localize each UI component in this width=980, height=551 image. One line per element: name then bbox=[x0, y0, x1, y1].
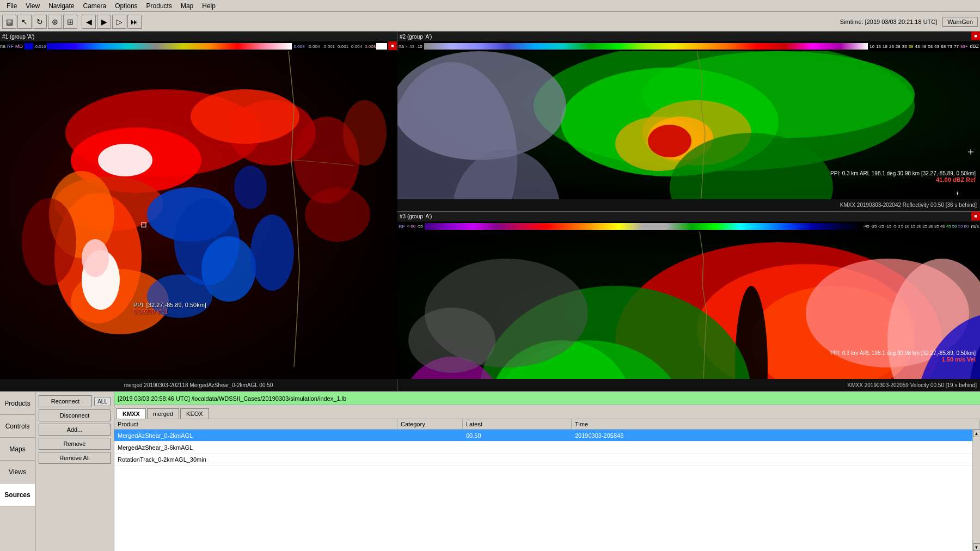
col-category[interactable]: Category bbox=[397, 419, 463, 429]
svg-point-41 bbox=[697, 264, 915, 379]
menu-map[interactable]: Map bbox=[176, 1, 198, 11]
product-row-2[interactable]: RotationTrack_0-2kmAGL_30min bbox=[114, 454, 972, 466]
svg-point-10 bbox=[98, 144, 152, 176]
svg-point-5 bbox=[71, 269, 169, 334]
svg-point-44 bbox=[887, 259, 980, 379]
panel2-radar[interactable]: + PPI: 0.3 km ARL 198.1 deg 30.98 km [32… bbox=[397, 51, 980, 199]
left-sidebar: Products Controls Maps Views Sources bbox=[0, 392, 35, 551]
svg-point-45 bbox=[735, 286, 768, 379]
remove-button[interactable]: Remove bbox=[39, 438, 111, 450]
panel1-title: #1 (group 'A') bbox=[2, 34, 34, 40]
panel2-footer: KMXX 20190303-202042 Reflectivity 00.50 … bbox=[397, 199, 980, 211]
panel3[interactable]: #3 (group 'A') ■ RF <-60 -55 -45-35 -25-… bbox=[397, 212, 980, 391]
disconnect-button[interactable]: Disconnect bbox=[39, 409, 111, 421]
toolbar-select-btn[interactable]: ⊞ bbox=[63, 15, 77, 29]
bottom-panel: Products Controls Maps Views Sources Rec… bbox=[0, 391, 980, 551]
svg-point-18 bbox=[234, 166, 267, 209]
reconnect-button[interactable]: Reconnect bbox=[39, 395, 92, 407]
panel1-footer-text: merged 20190303-202118 MergedAzShear_0-2… bbox=[124, 382, 273, 388]
toolbar-back-btn[interactable]: ◀ bbox=[82, 15, 96, 29]
tab-kmxx[interactable]: KMXX bbox=[117, 408, 146, 419]
svg-point-35 bbox=[724, 171, 833, 199]
panel2-3-area: #2 (group 'A') ■ na <-33 -10 1013 1823 2… bbox=[397, 32, 980, 391]
svg-point-31 bbox=[397, 62, 517, 199]
menu-products[interactable]: Products bbox=[142, 1, 176, 11]
toolbar-refresh-btn[interactable]: ↻ bbox=[33, 15, 47, 29]
svg-point-28 bbox=[615, 117, 702, 171]
svg-text:+: + bbox=[955, 189, 959, 197]
svg-point-8 bbox=[191, 89, 299, 144]
svg-point-16 bbox=[250, 215, 294, 291]
product-name-0: MergedAzShear_0-2kmAGL bbox=[114, 431, 397, 440]
panel2[interactable]: #2 (group 'A') ■ na <-33 -10 1013 1823 2… bbox=[397, 32, 980, 212]
toolbar-last-btn[interactable]: ⏭ bbox=[127, 15, 142, 29]
product-list-scrollbar[interactable]: ▲ ▼ bbox=[972, 430, 980, 551]
col-latest[interactable]: Latest bbox=[463, 419, 572, 429]
menu-options[interactable]: Options bbox=[111, 1, 142, 11]
remove-all-button[interactable]: Remove All bbox=[39, 452, 111, 464]
toolbar-next-btn[interactable]: ▷ bbox=[112, 15, 126, 29]
panel2-radar-svg: + bbox=[397, 51, 980, 199]
product-row-1[interactable]: MergedAzShear_3-6kmAGL bbox=[114, 442, 972, 454]
panel2-tooltip: PPI: 0.3 km ARL 198.1 deg 30.98 km [32.2… bbox=[830, 170, 976, 183]
svg-point-40 bbox=[615, 242, 942, 379]
panel2-close-btn[interactable]: ■ bbox=[971, 32, 980, 40]
panel3-close-btn[interactable]: ■ bbox=[971, 212, 980, 221]
sidebar-products[interactable]: Products bbox=[0, 392, 35, 415]
svg-point-43 bbox=[806, 259, 969, 368]
panel1[interactable]: #1 (group 'A') ■ na RF MD -0.010 bbox=[0, 32, 397, 391]
tab-merged[interactable]: merged bbox=[147, 408, 179, 419]
tab-keox[interactable]: KEOX bbox=[180, 408, 209, 419]
scroll-up-arrow[interactable]: ▲ bbox=[973, 430, 981, 437]
toolbar-layers-btn[interactable]: ▦ bbox=[2, 15, 16, 29]
product-list-area: MergedAzShear_0-2kmAGL 00.50 20190303-20… bbox=[114, 430, 980, 551]
svg-point-13 bbox=[147, 187, 234, 242]
svg-point-50 bbox=[397, 357, 506, 379]
svg-point-53 bbox=[425, 259, 588, 368]
toolbar-cursor-btn[interactable]: ↖ bbox=[17, 15, 32, 29]
menu-help[interactable]: Help bbox=[198, 1, 220, 11]
menu-file[interactable]: File bbox=[2, 1, 21, 11]
panel2-colorbar: na <-33 -10 1013 1823 2833 38 4348 5363 … bbox=[397, 41, 980, 51]
add-button[interactable]: Add... bbox=[39, 424, 111, 436]
panel1-close-btn[interactable]: ■ bbox=[388, 41, 397, 50]
product-latest-2 bbox=[463, 458, 572, 461]
col-product[interactable]: Product bbox=[114, 419, 397, 429]
toolbar-forward-btn[interactable]: ▶ bbox=[97, 15, 111, 29]
panel3-tooltip-value: 1.50 m/s Vel bbox=[830, 356, 976, 363]
conn-bar: [2019 03/03 20:58:46 UTC] /localdata/WDS… bbox=[114, 392, 980, 405]
scroll-down-arrow[interactable]: ▼ bbox=[973, 543, 981, 551]
sidebar-sources[interactable]: Sources bbox=[0, 483, 35, 506]
toolbar: ▦ ↖ ↻ ⊕ ⊞ ◀ ▶ ▷ ⏭ Simtime: [2019 03/03 2… bbox=[0, 12, 980, 32]
svg-point-11 bbox=[82, 250, 120, 310]
svg-point-52 bbox=[969, 313, 980, 379]
sidebar-controls[interactable]: Controls bbox=[0, 415, 35, 438]
svg-point-24 bbox=[534, 51, 915, 171]
warngen-button[interactable]: WarnGen bbox=[942, 17, 978, 27]
panel3-colorbar: RF <-60 -55 -45-35 -25-15 -50 510 1520 2… bbox=[397, 222, 980, 231]
cb2-na: na bbox=[399, 44, 404, 49]
svg-point-42 bbox=[751, 286, 915, 379]
product-latest-1 bbox=[463, 446, 572, 449]
panel3-radar[interactable]: + PPI: 0.3 km ARL 198.1 deg 30.98 km [32… bbox=[397, 231, 980, 379]
panel1-tooltip: PPI: [32.27,-85.89, 0.50km] 0.00200 s^-1 bbox=[133, 302, 206, 315]
product-row-0[interactable]: MergedAzShear_0-2kmAGL 00.50 20190303-20… bbox=[114, 430, 972, 442]
svg-point-19 bbox=[22, 198, 76, 285]
sidebar-maps[interactable]: Maps bbox=[0, 438, 35, 461]
svg-point-54 bbox=[408, 308, 495, 373]
source-tabs: KMXX merged KEOX bbox=[114, 405, 980, 419]
menu-navigate[interactable]: Navigate bbox=[44, 1, 78, 11]
panel1-radar[interactable]: PPI: [32.27,-85.89, 0.50km] 0.00200 s^-1 bbox=[0, 51, 397, 379]
svg-point-32 bbox=[397, 51, 566, 160]
col-time[interactable]: Time bbox=[572, 419, 980, 429]
toolbar-zoom-btn[interactable]: ⊕ bbox=[48, 15, 62, 29]
svg-point-4 bbox=[54, 193, 142, 323]
svg-point-48 bbox=[490, 340, 632, 379]
svg-point-46 bbox=[479, 286, 751, 379]
menu-camera[interactable]: Camera bbox=[79, 1, 111, 11]
panel3-footer: KMXX 20190303-202059 Velocity 00.50 [19 … bbox=[397, 379, 980, 391]
svg-point-12 bbox=[82, 239, 109, 277]
panel1-tooltip-value: 0.00200 s^-1 bbox=[133, 308, 206, 315]
menu-view[interactable]: View bbox=[21, 1, 44, 11]
sidebar-views[interactable]: Views bbox=[0, 461, 35, 483]
